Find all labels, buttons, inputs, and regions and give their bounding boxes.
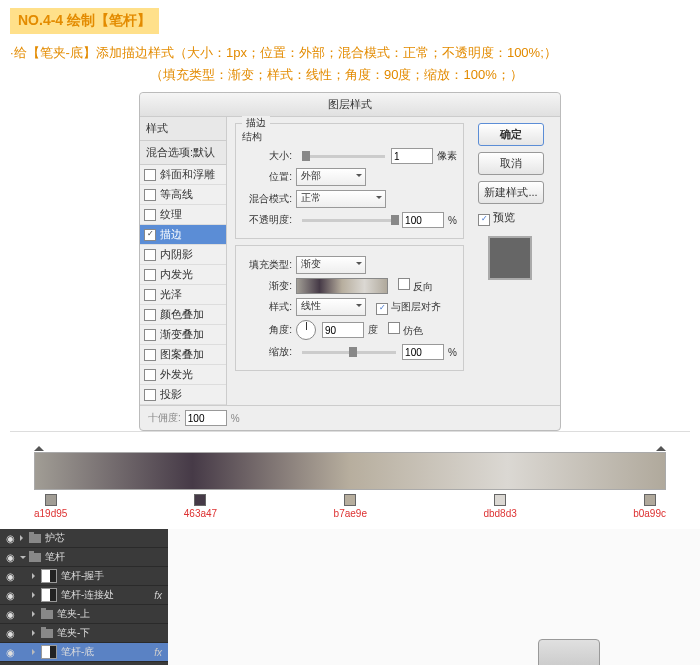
align-checkbox[interactable]: ✓ — [376, 303, 388, 315]
style-checkbox[interactable] — [144, 209, 156, 221]
fold-icon[interactable] — [32, 649, 38, 655]
layer-row[interactable]: ◉笔夹-下 — [0, 624, 168, 643]
style-label: 投影 — [160, 387, 182, 402]
style-item[interactable]: 颜色叠加 — [140, 305, 226, 325]
color-stop-icon[interactable] — [194, 494, 206, 506]
scale-slider[interactable] — [302, 351, 396, 354]
truncated-input[interactable] — [185, 410, 227, 426]
angle-dial[interactable] — [296, 320, 316, 340]
layer-row[interactable]: ◉笔夹-上 — [0, 605, 168, 624]
fold-icon[interactable] — [20, 556, 26, 562]
style-item[interactable]: 内发光 — [140, 265, 226, 285]
visibility-icon[interactable]: ◉ — [4, 590, 16, 601]
angle-input[interactable] — [322, 322, 364, 338]
color-stop-icon[interactable] — [644, 494, 656, 506]
style-label: 图案叠加 — [160, 347, 204, 362]
layer-row[interactable]: ◉护芯 — [0, 529, 168, 548]
scale-label: 缩放: — [242, 345, 292, 359]
color-stop-label: b0a99c — [633, 508, 666, 519]
layer-row[interactable]: ◉笔杆 — [0, 548, 168, 567]
style-checkbox[interactable] — [144, 329, 156, 341]
cancel-button[interactable]: 取消 — [478, 152, 544, 175]
dialog-buttons: 确定 取消 新建样式... ✓预览 — [472, 117, 560, 405]
visibility-icon[interactable]: ◉ — [4, 647, 16, 658]
style-checkbox[interactable] — [144, 189, 156, 201]
gradient-editor: a19d95463a47b7ae9edbd8d3b0a99c — [10, 431, 690, 521]
style-checkbox[interactable] — [144, 349, 156, 361]
style-item[interactable]: 斜面和浮雕 — [140, 165, 226, 185]
stroke-group-title: 描边 — [242, 116, 270, 130]
opacity-stop-right[interactable] — [656, 441, 666, 451]
style-item[interactable]: 光泽 — [140, 285, 226, 305]
size-unit: 像素 — [437, 149, 457, 163]
angle-unit: 度 — [368, 323, 378, 337]
layer-row[interactable]: ◉笔杆-底fx — [0, 643, 168, 662]
style-checkbox[interactable] — [144, 369, 156, 381]
opacity-slider[interactable] — [302, 219, 396, 222]
fold-icon[interactable] — [32, 611, 38, 617]
style-checkbox[interactable] — [144, 249, 156, 261]
fold-icon[interactable] — [32, 592, 38, 598]
blend-options-header[interactable]: 混合选项:默认 — [140, 141, 226, 165]
fold-icon[interactable] — [20, 535, 26, 541]
style-label: 斜面和浮雕 — [160, 167, 215, 182]
style-item[interactable]: 等高线 — [140, 185, 226, 205]
style-item[interactable]: 纹理 — [140, 205, 226, 225]
blend-select[interactable]: 正常 — [296, 190, 386, 208]
gradient-preview[interactable] — [296, 278, 388, 294]
style-item[interactable]: ✓描边 — [140, 225, 226, 245]
filltype-select[interactable]: 渐变 — [296, 256, 366, 274]
fold-icon[interactable] — [32, 630, 38, 636]
fx-badge[interactable]: fx — [154, 590, 162, 601]
style-checkbox[interactable]: ✓ — [144, 229, 156, 241]
style-checkbox[interactable] — [144, 169, 156, 181]
preview-checkbox[interactable]: ✓ — [478, 214, 490, 226]
visibility-icon[interactable]: ◉ — [4, 628, 16, 639]
dialog-title: 图层样式 — [140, 93, 560, 117]
size-input[interactable] — [391, 148, 433, 164]
layer-label: 笔杆 — [45, 550, 65, 564]
opacity-stop-left[interactable] — [34, 441, 44, 451]
visibility-icon[interactable]: ◉ — [4, 571, 16, 582]
style-item[interactable]: 图案叠加 — [140, 345, 226, 365]
instruction-line1: ·给【笔夹-底】添加描边样式（大小：1px；位置：外部；混合模式：正常；不透明度… — [10, 44, 690, 62]
fx-badge[interactable]: fx — [154, 647, 162, 658]
ok-button[interactable]: 确定 — [478, 123, 544, 146]
layer-label: 笔杆-底 — [61, 645, 94, 659]
color-stop-icon[interactable] — [45, 494, 57, 506]
canvas-area — [168, 529, 700, 665]
style-select[interactable]: 线性 — [296, 298, 366, 316]
style-checkbox[interactable] — [144, 389, 156, 401]
color-stop-icon[interactable] — [494, 494, 506, 506]
folder-icon — [29, 534, 41, 543]
layer-row[interactable]: ◉笔杆-握手 — [0, 567, 168, 586]
style-checkbox[interactable] — [144, 309, 156, 321]
style-checkbox[interactable] — [144, 289, 156, 301]
style-label: 描边 — [160, 227, 182, 242]
color-stop-icon[interactable] — [344, 494, 356, 506]
style-label: 等高线 — [160, 187, 193, 202]
visibility-icon[interactable]: ◉ — [4, 552, 16, 563]
layer-thumb — [41, 569, 57, 583]
style-item[interactable]: 外发光 — [140, 365, 226, 385]
new-style-button[interactable]: 新建样式... — [478, 181, 544, 204]
fold-icon[interactable] — [32, 573, 38, 579]
style-item[interactable]: 渐变叠加 — [140, 325, 226, 345]
layer-style-dialog: 图层样式 样式 混合选项:默认 斜面和浮雕等高线纹理✓描边内阴影内发光光泽颜色叠… — [139, 92, 561, 431]
gradient-bar[interactable] — [34, 452, 666, 490]
dither-checkbox[interactable] — [388, 322, 400, 334]
style-label: 纹理 — [160, 207, 182, 222]
size-slider[interactable] — [302, 155, 385, 158]
opacity-input[interactable] — [402, 212, 444, 228]
visibility-icon[interactable]: ◉ — [4, 609, 16, 620]
style-item[interactable]: 投影 — [140, 385, 226, 405]
visibility-icon[interactable]: ◉ — [4, 533, 16, 544]
position-select[interactable]: 外部 — [296, 168, 366, 186]
layer-row[interactable]: ◉笔杆-连接处fx — [0, 586, 168, 605]
scale-input[interactable] — [402, 344, 444, 360]
style-checkbox[interactable] — [144, 269, 156, 281]
style-header[interactable]: 样式 — [140, 117, 226, 141]
pen-clip-shape — [538, 639, 600, 665]
style-item[interactable]: 内阴影 — [140, 245, 226, 265]
reverse-checkbox[interactable] — [398, 278, 410, 290]
